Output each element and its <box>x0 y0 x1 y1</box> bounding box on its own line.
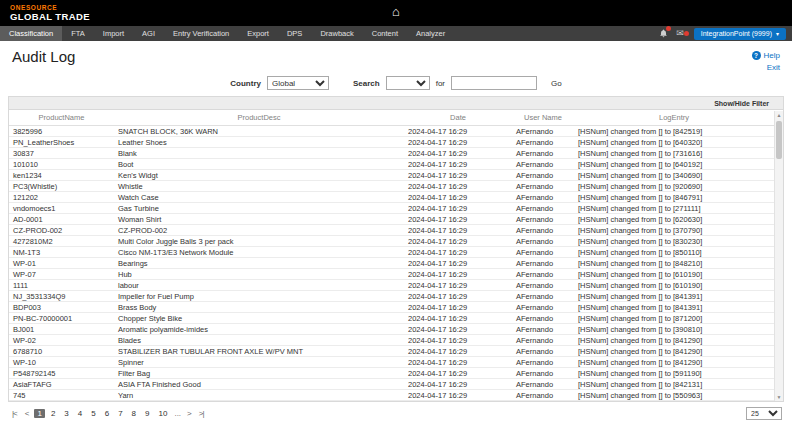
cell-product-name: 745 <box>9 390 114 401</box>
table-row[interactable]: WP-02Blades2024-04-17 16:29AFernando[HSN… <box>9 335 774 346</box>
nav-item-entry-verification[interactable]: Entry Verification <box>164 26 238 41</box>
table-row[interactable]: NJ_3531334Q9Impeller for Fuel Pump2024-0… <box>9 291 774 302</box>
prev-page-button[interactable]: < <box>23 409 31 418</box>
table-row[interactable]: CZ-PROD-002CZ-PROD-0022024-04-17 16:29AF… <box>9 225 774 236</box>
nav-item-dps[interactable]: DPS <box>278 26 311 41</box>
table-row[interactable]: ken1234Ken's Widgt2024-04-17 16:29AFerna… <box>9 170 774 181</box>
cell-product-desc: Brass Body <box>114 302 404 313</box>
nav-item-analyzer[interactable]: Analyzer <box>407 26 454 41</box>
cell-product-name: 101010 <box>9 159 114 170</box>
page-button-1[interactable]: 1 <box>34 409 44 418</box>
column-header-user-name[interactable]: User Name <box>512 110 574 126</box>
table-row[interactable]: WP-01Bearings2024-04-17 16:29AFernando[H… <box>9 258 774 269</box>
country-label: Country <box>230 79 261 88</box>
table-row[interactable]: WP-07Hub2024-04-17 16:29AFernando[HSNum]… <box>9 269 774 280</box>
nav-item-agi[interactable]: AGI <box>133 26 164 41</box>
table-row[interactable]: 121202Watch Case2024-04-17 16:29AFernand… <box>9 192 774 203</box>
next-page-button[interactable]: > <box>185 409 193 418</box>
table-row[interactable]: PN_LeatherShoesLeather Shoes2024-04-17 1… <box>9 137 774 148</box>
cell-product-name: AD-0001 <box>9 214 114 225</box>
cell-user-name: AFernando <box>512 346 574 357</box>
scroll-up-icon[interactable]: ▲ <box>775 111 783 119</box>
cell-product-name: WP-10 <box>9 357 114 368</box>
page-button-8[interactable]: 8 <box>129 409 139 418</box>
column-header-productdesc[interactable]: ProductDesc <box>114 110 404 126</box>
exit-link[interactable]: Exit <box>767 63 780 72</box>
page-button-3[interactable]: 3 <box>61 409 71 418</box>
page-button-10[interactable]: 10 <box>156 409 171 418</box>
table-row[interactable]: 30837Blank2024-04-17 16:29AFernando[HSNu… <box>9 148 774 159</box>
page-button-9[interactable]: 9 <box>142 409 152 418</box>
help-link[interactable]: ? Help <box>752 51 780 60</box>
cell-log-entry: [HSNum] changed from [] to [370790] <box>574 225 774 236</box>
brand-logo[interactable]: ONESOURCE GLOBAL TRADE <box>10 4 90 22</box>
table-row[interactable]: 101010Boot2024-04-17 16:29AFernando[HSNu… <box>9 159 774 170</box>
table-row[interactable]: PN-BC-70000001Chopper Style Bike2024-04-… <box>9 313 774 324</box>
table-row[interactable]: WP-10Spinner2024-04-17 16:29AFernando[HS… <box>9 357 774 368</box>
page-size-select[interactable]: 25 <box>746 407 782 420</box>
go-button[interactable]: Go <box>551 79 562 88</box>
cell-user-name: AFernando <box>512 225 574 236</box>
cell-log-entry: [HSNum] changed from [] to [390810] <box>574 324 774 335</box>
table-row[interactable]: BDP003Brass Body2024-04-17 16:29AFernand… <box>9 302 774 313</box>
page-button-6[interactable]: 6 <box>102 409 112 418</box>
cell-log-entry: [HSNum] changed from [] to [848210] <box>574 258 774 269</box>
nav-item-import[interactable]: Import <box>94 26 133 41</box>
table-row[interactable]: 4272810M2Multi Color Juggle Balls 3 per … <box>9 236 774 247</box>
cell-product-desc: labour <box>114 280 404 291</box>
nav-item-export[interactable]: Export <box>238 26 278 41</box>
table-row[interactable]: 3825996SNATCH BLOCK, 36K WARN2024-04-17 … <box>9 126 774 137</box>
table-row[interactable]: PC3(Whistle)Whistle2024-04-17 16:29AFern… <box>9 181 774 192</box>
page-button-5[interactable]: 5 <box>88 409 98 418</box>
search-field-select[interactable] <box>386 76 430 90</box>
last-page-button[interactable]: >| <box>197 409 206 418</box>
page-button-7[interactable]: 7 <box>115 409 125 418</box>
table-row[interactable]: 1111labour2024-04-17 16:29AFernando[HSNu… <box>9 280 774 291</box>
home-icon[interactable]: ⌂ <box>392 4 400 19</box>
table-row[interactable]: P548792145Filter Bag2024-04-17 16:29AFer… <box>9 368 774 379</box>
cell-user-name: AFernando <box>512 324 574 335</box>
cell-log-entry: [HSNum] changed from [] to [841290] <box>574 335 774 346</box>
page-button-2[interactable]: 2 <box>48 409 58 418</box>
cell-product-desc: Aromatic polyamide-imides <box>114 324 404 335</box>
show-hide-filter-link[interactable]: Show/Hide Filter <box>714 100 769 107</box>
column-header-logentry[interactable]: LogEntry <box>574 110 774 126</box>
notification-badge <box>666 26 671 31</box>
first-page-button[interactable]: |< <box>10 409 19 418</box>
pagination-ellipsis[interactable]: ... <box>174 409 181 418</box>
cell-product-desc: Boot <box>114 159 404 170</box>
cell-user-name: AFernando <box>512 335 574 346</box>
table-row[interactable]: vndomoecs1Gas Turbine2024-04-17 16:29AFe… <box>9 203 774 214</box>
scroll-down-icon[interactable]: ▼ <box>775 393 783 401</box>
notifications-bell-icon[interactable] <box>659 29 668 38</box>
pagination-bar: |< < 12345678910 ... > >| 25 <box>0 402 792 420</box>
cell-log-entry: [HSNum] changed from [] to [610190] <box>574 269 774 280</box>
mail-icon[interactable]: ✉ <box>676 29 684 38</box>
table-row[interactable]: NM-1T3Cisco NM-1T3/E3 Network Module2024… <box>9 247 774 258</box>
scrollbar-thumb[interactable] <box>776 121 782 159</box>
table-row[interactable]: 745Yarn2024-04-17 16:29AFernando[HSNum] … <box>9 390 774 401</box>
cell-product-name: BDP003 <box>9 302 114 313</box>
column-header-date[interactable]: Date <box>404 110 512 126</box>
vertical-scrollbar[interactable]: ▲ ▼ <box>774 111 783 401</box>
search-input[interactable] <box>451 76 537 90</box>
column-header-productname[interactable]: ProductName <box>9 110 114 126</box>
country-select[interactable]: Global <box>267 76 329 90</box>
user-menu-button[interactable]: IntegrationPoint (9999) ▾ <box>694 28 786 40</box>
page-button-4[interactable]: 4 <box>75 409 85 418</box>
table-row[interactable]: 6788710STABILIZER BAR TUBULAR FRONT AXLE… <box>9 346 774 357</box>
nav-item-classification[interactable]: Classification <box>0 26 62 41</box>
page-title: Audit Log <box>12 48 75 72</box>
table-row[interactable]: BJ001Aromatic polyamide-imides2024-04-17… <box>9 324 774 335</box>
nav-item-drawback[interactable]: Drawback <box>311 26 362 41</box>
nav-item-fta[interactable]: FTA <box>62 26 94 41</box>
nav-item-content[interactable]: Content <box>363 26 407 41</box>
table-row[interactable]: AsiaFTAFGASIA FTA Finished Good2024-04-1… <box>9 379 774 390</box>
filter-row: Country Global Search for Go <box>0 76 792 90</box>
table-row[interactable]: AD-0001Woman Shirt2024-04-17 16:29AFerna… <box>9 214 774 225</box>
cell-log-entry: [HSNum] changed from [] to [640192] <box>574 159 774 170</box>
cell-log-entry: [HSNum] changed from [] to [846791] <box>574 192 774 203</box>
cell-log-entry: [HSNum] changed from [] to [841391] <box>574 302 774 313</box>
cell-date: 2024-04-17 16:29 <box>404 302 512 313</box>
brand-global-trade-text: GLOBAL TRADE <box>10 12 90 22</box>
